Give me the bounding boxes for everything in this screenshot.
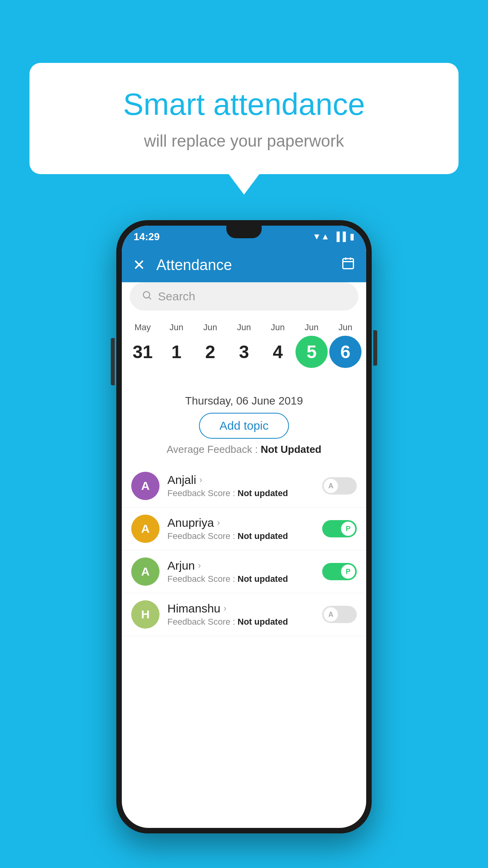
chevron-icon: › [224, 603, 226, 614]
date-col[interactable]: Jun1 [160, 322, 193, 368]
chevron-icon: › [198, 561, 201, 571]
student-name: Himanshu › [167, 602, 314, 615]
battery-icon: ▮ [350, 232, 354, 242]
date-col[interactable]: Jun5 [295, 322, 328, 368]
date-month: Jun [338, 322, 352, 333]
date-number[interactable]: 4 [262, 336, 294, 368]
date-month: Jun [237, 322, 251, 333]
app-bar: ✕ Attendance [122, 248, 366, 282]
date-month: May [134, 322, 151, 333]
student-name: Arjun › [167, 559, 314, 572]
search-placeholder: Search [158, 290, 195, 303]
toggle-knob: P [341, 565, 355, 579]
avatar: A [131, 515, 160, 543]
search-icon [141, 290, 152, 303]
student-item[interactable]: AArjun ›Feedback Score : Not updatedP [122, 550, 366, 593]
svg-rect-0 [343, 259, 354, 269]
toggle-knob: A [324, 479, 338, 493]
attendance-toggle[interactable]: A [322, 606, 357, 623]
student-feedback: Feedback Score : Not updated [167, 488, 314, 498]
avatar: A [131, 472, 160, 500]
phone-mockup: 14:29 ▼▲ ▐▐ ▮ ✕ Attendance [116, 220, 372, 833]
attendance-toggle[interactable]: P [322, 520, 357, 537]
date-month: Jun [203, 322, 217, 333]
avatar: H [131, 600, 160, 629]
student-info: Arjun ›Feedback Score : Not updated [167, 559, 314, 584]
phone-screen: 14:29 ▼▲ ▐▐ ▮ ✕ Attendance [122, 226, 366, 828]
avg-feedback-label: Average Feedback : [167, 443, 261, 455]
date-col[interactable]: Jun4 [261, 322, 295, 368]
date-month: Jun [305, 322, 318, 333]
date-month: Jun [169, 322, 183, 333]
toggle-knob: A [324, 607, 338, 622]
avg-feedback-value: Not Updated [261, 443, 321, 455]
date-col[interactable]: Jun3 [227, 322, 261, 368]
phone-outer: 14:29 ▼▲ ▐▐ ▮ ✕ Attendance [116, 220, 372, 833]
app-bar-title: Attendance [156, 257, 341, 274]
toggle-knob: P [341, 522, 355, 536]
phone-notch [226, 226, 262, 238]
bubble-title: Smart attendance [61, 86, 427, 122]
student-item[interactable]: HHimanshu ›Feedback Score : Not updatedA [122, 593, 366, 636]
date-strip: May31Jun1Jun2Jun3Jun4Jun5Jun6 [122, 317, 366, 368]
date-number[interactable]: 5 [295, 336, 328, 368]
svg-point-4 [143, 291, 150, 298]
attendance-toggle[interactable]: A [322, 477, 357, 495]
average-feedback: Average Feedback : Not Updated [122, 443, 366, 456]
search-bar[interactable]: Search [130, 282, 358, 311]
avatar: A [131, 557, 160, 586]
svg-line-5 [149, 297, 151, 299]
chevron-icon: › [217, 518, 220, 528]
date-col[interactable]: May31 [126, 322, 160, 368]
date-number[interactable]: 1 [160, 336, 193, 368]
selected-date-label: Thursday, 06 June 2019 [122, 395, 366, 407]
student-info: Himanshu ›Feedback Score : Not updated [167, 602, 314, 627]
attendance-toggle[interactable]: P [322, 563, 357, 580]
signal-icon: ▐▐ [334, 232, 346, 242]
close-button[interactable]: ✕ [133, 256, 145, 274]
student-feedback: Feedback Score : Not updated [167, 531, 314, 541]
student-item[interactable]: AAnjali ›Feedback Score : Not updatedA [122, 465, 366, 508]
date-number[interactable]: 2 [194, 336, 226, 368]
bubble-subtitle: will replace your paperwork [61, 132, 427, 151]
student-name: Anjali › [167, 473, 314, 487]
date-col[interactable]: Jun2 [193, 322, 227, 368]
student-info: Anjali ›Feedback Score : Not updated [167, 473, 314, 498]
chevron-icon: › [199, 475, 202, 485]
status-icons: ▼▲ ▐▐ ▮ [312, 232, 354, 242]
student-item[interactable]: AAnupriya ›Feedback Score : Not updatedP [122, 508, 366, 550]
student-name: Anupriya › [167, 516, 314, 530]
date-col[interactable]: Jun6 [328, 322, 362, 368]
add-topic-button[interactable]: Add topic [199, 413, 289, 439]
student-info: Anupriya ›Feedback Score : Not updated [167, 516, 314, 541]
student-list: AAnjali ›Feedback Score : Not updatedAAA… [122, 465, 366, 828]
date-number[interactable]: 3 [228, 336, 260, 368]
calendar-icon[interactable] [341, 256, 355, 274]
wifi-icon: ▼▲ [312, 232, 330, 242]
date-number[interactable]: 6 [329, 336, 361, 368]
status-time: 14:29 [134, 231, 160, 243]
speech-bubble: Smart attendance will replace your paper… [29, 63, 459, 174]
student-feedback: Feedback Score : Not updated [167, 617, 314, 627]
student-feedback: Feedback Score : Not updated [167, 574, 314, 584]
date-number[interactable]: 31 [127, 336, 159, 368]
date-month: Jun [271, 322, 284, 333]
